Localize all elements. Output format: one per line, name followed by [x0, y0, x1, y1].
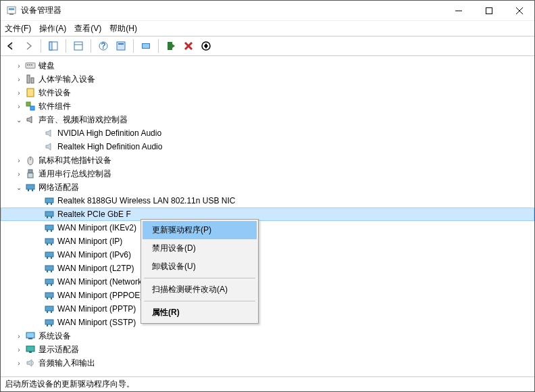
forward-button[interactable] — [21, 39, 36, 53]
device-tree[interactable]: ›键盘 ›人体学输入设备 ›软件设备 ›软件组件 ⌄声音、视频和游戏控制器 ›N… — [1, 56, 534, 376]
scan-hardware-button[interactable] — [138, 39, 153, 53]
tree-item-hid[interactable]: ›人体学输入设备 — [1, 72, 534, 86]
expand-icon[interactable]: › — [14, 61, 24, 70]
menu-disable-device[interactable]: 禁用设备(D) — [143, 239, 257, 258]
tree-label: 鼠标和其他指针设备 — [39, 155, 111, 166]
tree-item-network-adapter[interactable]: ›WAN Miniport (PPTP) — [1, 302, 534, 316]
tree-item-network-adapter[interactable]: ›WAN Miniport (PPPOE) — [1, 289, 534, 302]
tree-item-realtek-audio[interactable]: ›Realtek High Definition Audio — [1, 140, 534, 153]
network-adapter-icon — [44, 263, 55, 274]
tree-label: WAN Miniport (PPPOE) — [57, 291, 143, 300]
tree-item-network[interactable]: ⌄网络适配器 — [1, 180, 534, 194]
menu-file[interactable]: 文件(F) — [5, 23, 31, 34]
svg-rect-44 — [45, 239, 53, 243]
uninstall-button[interactable] — [181, 39, 196, 53]
tree-item-network-adapter[interactable]: ›Realtek 8188GU Wireless LAN 802.11n USB… — [1, 194, 534, 207]
hid-icon — [25, 74, 36, 84]
menu-uninstall-device[interactable]: 卸载设备(U) — [143, 258, 257, 276]
minimize-button[interactable] — [443, 1, 474, 20]
tree-label: WAN Miniport (SSTP) — [57, 318, 136, 327]
tree-item-software-components[interactable]: ›软件组件 — [1, 99, 534, 113]
svg-rect-37 — [51, 203, 52, 205]
svg-rect-9 — [74, 42, 82, 50]
expand-icon[interactable]: › — [14, 331, 24, 341]
properties-button[interactable] — [71, 39, 86, 53]
expand-icon[interactable]: › — [14, 155, 24, 165]
context-menu[interactable]: 更新驱动程序(P) 禁用设备(D) 卸载设备(U) 扫描检测硬件改动(A) 属性… — [141, 219, 259, 324]
svg-rect-24 — [31, 78, 34, 83]
tree-item-network-adapter[interactable]: ›WAN Miniport (IP) — [1, 235, 534, 248]
tree-item-keyboard[interactable]: ›键盘 — [1, 59, 534, 72]
menu-action[interactable]: 操作(A) — [39, 23, 66, 34]
speaker-icon — [25, 114, 36, 125]
collapse-icon[interactable]: ⌄ — [14, 182, 24, 192]
tree-item-audio-io[interactable]: ›音频输入和输出 — [1, 356, 534, 370]
network-adapter-icon — [44, 290, 55, 301]
expand-icon[interactable]: › — [14, 88, 24, 97]
expand-icon[interactable]: › — [14, 74, 24, 84]
svg-rect-58 — [51, 297, 52, 299]
collapse-icon[interactable]: ⌄ — [14, 115, 24, 124]
expand-icon[interactable]: › — [14, 101, 24, 111]
svg-rect-54 — [47, 284, 48, 286]
maximize-button[interactable] — [474, 1, 504, 20]
expand-icon[interactable]: › — [14, 358, 24, 368]
show-hide-tree-button[interactable] — [46, 39, 61, 53]
svg-rect-45 — [47, 243, 48, 245]
tree-item-usb[interactable]: ›通用串行总线控制器 — [1, 167, 534, 180]
close-button[interactable] — [504, 1, 534, 20]
separator — [144, 278, 255, 278]
tree-item-network-adapter[interactable]: ›WAN Miniport (Network Monitor) — [1, 275, 534, 289]
menu-scan-hardware[interactable]: 扫描检测硬件改动(A) — [143, 280, 257, 299]
tree-item-network-adapter[interactable]: ›WAN Miniport (SSTP) — [1, 316, 534, 329]
tree-item-network-adapter[interactable]: ›Realtek PCIe GbE F — [1, 207, 534, 221]
svg-rect-27 — [30, 106, 34, 110]
tree-label: Realtek PCIe GbE F — [57, 210, 131, 219]
svg-text:?: ? — [101, 41, 105, 51]
menu-help[interactable]: 帮助(H) — [109, 23, 137, 34]
tree-label: Realtek 8188GU Wireless LAN 802.11n USB … — [57, 196, 235, 205]
tree-item-network-adapter[interactable]: ›WAN Miniport (IPv6) — [1, 248, 534, 262]
svg-rect-50 — [45, 266, 53, 270]
svg-rect-48 — [47, 257, 48, 259]
tree-label: 通用串行总线控制器 — [39, 168, 111, 180]
speaker-icon — [44, 141, 55, 152]
system-device-icon — [25, 330, 36, 341]
svg-rect-20 — [27, 64, 28, 66]
separator — [133, 39, 134, 53]
tree-label: 键盘 — [39, 60, 55, 72]
menu-view[interactable]: 查看(V) — [74, 23, 101, 34]
disable-button[interactable] — [199, 39, 213, 53]
separator — [91, 39, 91, 53]
action-button[interactable] — [113, 39, 128, 53]
tree-label: WAN Miniport (L2TP) — [57, 264, 134, 273]
svg-rect-34 — [32, 189, 33, 191]
network-adapter-icon — [44, 209, 55, 220]
help-button[interactable]: ? — [96, 39, 111, 53]
svg-rect-60 — [47, 311, 48, 313]
software-device-icon — [25, 87, 36, 98]
tree-item-software-devices[interactable]: ›软件设备 — [1, 86, 534, 99]
separator — [41, 39, 41, 53]
tree-item-nvidia-audio[interactable]: ›NVIDIA High Definition Audio — [1, 126, 534, 140]
update-driver-button[interactable] — [163, 39, 178, 53]
svg-rect-25 — [27, 89, 34, 97]
tree-item-sound[interactable]: ⌄声音、视频和游戏控制器 — [1, 113, 534, 126]
svg-rect-14 — [118, 43, 124, 45]
tree-item-system[interactable]: ›系统设备 — [1, 329, 534, 343]
expand-icon[interactable]: › — [14, 169, 24, 178]
menu-update-driver[interactable]: 更新驱动程序(P) — [143, 221, 257, 239]
audio-io-icon — [25, 358, 36, 368]
menu-properties[interactable]: 属性(R) — [143, 303, 257, 322]
device-manager-window: 设备管理器 文件(F) 操作(A) 查看(V) 帮助(H) ? — [0, 0, 535, 392]
tree-item-network-adapter[interactable]: ›WAN Miniport (L2TP) — [1, 262, 534, 275]
svg-rect-62 — [45, 320, 53, 324]
back-button[interactable] — [3, 39, 18, 53]
svg-rect-55 — [51, 284, 52, 286]
tree-label: 音频输入和输出 — [39, 358, 95, 369]
expand-icon[interactable]: › — [14, 345, 24, 354]
tree-item-mouse[interactable]: ›鼠标和其他指针设备 — [1, 153, 534, 167]
tree-item-network-adapter[interactable]: ›WAN Miniport (IKEv2) — [1, 221, 534, 235]
tree-item-display[interactable]: ›显示适配器 — [1, 343, 534, 356]
svg-rect-46 — [51, 243, 52, 245]
